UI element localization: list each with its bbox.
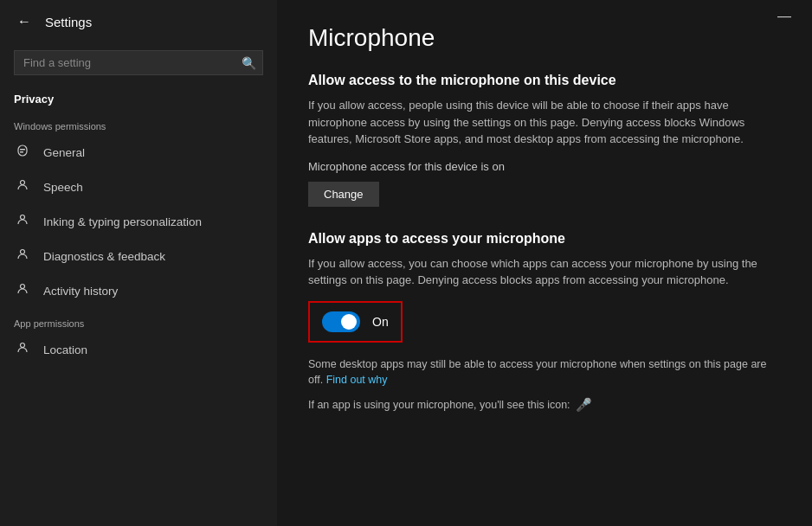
svg-point-7 [21,343,25,348]
sidebar-item-speech[interactable]: Speech [0,170,277,204]
icon-note-text: If an app is using your microphone, you'… [308,399,570,411]
section1-description: If you allow access, people using this d… [308,97,781,148]
sidebar-item-diagnostics[interactable]: Diagnostics & feedback [0,239,277,273]
general-icon [14,144,31,161]
allow-apps-toggle[interactable] [322,311,360,332]
change-button[interactable]: Change [308,182,379,207]
app-permissions-label: App permissions [0,308,277,332]
svg-point-5 [21,250,25,254]
section2-description: If you allow access, you can choose whic… [308,255,781,289]
sidebar-item-general[interactable]: General [0,135,277,170]
svg-rect-0 [18,145,27,156]
diagnostics-icon [14,247,31,265]
sidebar-item-label-speech: Speech [43,181,83,194]
location-icon [14,341,31,358]
sidebar-item-location[interactable]: Location [0,332,277,367]
svg-point-6 [21,285,25,289]
section1-heading: Allow access to the microphone on this d… [308,73,781,88]
find-out-link[interactable]: Find out why [326,374,388,386]
sidebar-item-label-general: General [43,146,85,159]
toggle-state-label: On [372,315,389,329]
privacy-label: Privacy [0,82,277,111]
search-button[interactable]: 🔍 [242,56,256,70]
search-container: 🔍 [0,43,277,82]
sidebar-item-label-diagnostics: Diagnostics & feedback [43,250,165,263]
minimize-button[interactable]: — [770,7,798,26]
svg-point-4 [21,215,25,220]
inking-icon [14,213,31,230]
sidebar-title: Settings [45,15,92,29]
toggle-row: On [308,301,403,343]
sidebar-item-label-activity: Activity history [43,285,118,298]
icon-note: If an app is using your microphone, you'… [308,397,781,413]
page-title: Microphone [308,24,781,52]
sidebar: ← Settings 🔍 Privacy Windows permissions… [0,0,277,526]
sidebar-item-inking[interactable]: Inking & typing personalization [0,204,277,239]
microphone-icon: 🎤 [576,397,592,413]
sidebar-item-label-location: Location [43,343,87,356]
svg-rect-1 [20,149,25,151]
back-button[interactable]: ← [14,10,35,33]
speech-icon [14,178,31,196]
svg-point-3 [21,181,25,185]
activity-icon [14,282,31,299]
sidebar-item-label-inking: Inking & typing personalization [43,215,202,228]
toggle-track [322,311,360,332]
windows-permissions-label: Windows permissions [0,111,277,135]
main-content: Microphone Allow access to the microphon… [277,0,812,526]
search-input[interactable] [14,50,263,75]
device-status-text: Microphone access for this device is on [308,160,781,173]
search-icon: 🔍 [242,56,256,70]
sidebar-item-activity[interactable]: Activity history [0,273,277,308]
sidebar-header: ← Settings [0,0,277,43]
svg-rect-2 [20,151,23,153]
toggle-thumb [341,314,357,330]
section2-heading: Allow apps to access your microphone [308,231,781,247]
back-icon: ← [17,14,31,29]
note-text: Some desktop apps may still be able to a… [308,356,781,389]
